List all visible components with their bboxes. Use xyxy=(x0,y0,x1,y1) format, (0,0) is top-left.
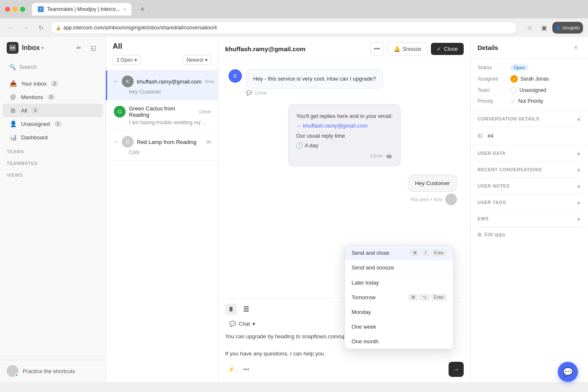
conv-details-title: CONVERSATION DETAILS xyxy=(478,116,576,121)
address-text: app.intercom.com/a/inbox/nnsgmgob/inbox/… xyxy=(63,25,217,31)
assignee-value[interactable]: S Sarah Jonas xyxy=(510,75,549,83)
more-options-button[interactable]: ••• xyxy=(370,42,384,55)
sidebar-item-unassigned[interactable]: 👤 Unassigned 1 xyxy=(3,117,103,131)
conv-main-actions: ••• 🔔 Snooze ✓ Close xyxy=(370,42,464,55)
dropdown-item-one-month[interactable]: One month xyxy=(345,334,453,349)
nav-actions: ☆ ▣ 👤 Incognito xyxy=(524,22,583,34)
pause-button[interactable]: ⏸ xyxy=(225,303,237,315)
sort-filter-button[interactable]: Newest ▾ xyxy=(183,55,211,65)
chat-fab-icon: 💬 xyxy=(563,367,573,377)
user-tags-header[interactable]: USER TAGS ▲ xyxy=(478,194,581,211)
browser-dots xyxy=(5,7,25,12)
message-bubble: Hey - this service is very cool. How can… xyxy=(246,69,383,89)
views-header[interactable]: EWS ▲ xyxy=(478,211,581,227)
sidebar-item-mentions[interactable]: @ Mentions 0 xyxy=(3,90,103,104)
dropdown-item-monday[interactable]: Monday xyxy=(345,305,453,319)
conv-item-avatar: R xyxy=(122,136,134,148)
user-notes-header[interactable]: USER NOTES ▲ xyxy=(478,178,581,194)
sidebar-title[interactable]: Inbox ▾ xyxy=(22,44,70,52)
reply-actions-row: ⚡ ••• → xyxy=(225,362,464,377)
conversation-list: All 3 Open ▾ Newest ▾ ↩ K khuffash.ramy@… xyxy=(106,37,218,382)
close-conversation-button[interactable]: ✓ Close xyxy=(431,43,464,55)
chat-fab[interactable]: 💬 xyxy=(558,362,578,382)
dropdown-item-tomorrow[interactable]: Tomorrow ⌘ ⌥ Enter xyxy=(345,290,453,305)
team-label: Team xyxy=(478,87,507,93)
dropdown-item-send-close[interactable]: Send and close ⌘ ⇧ Enter xyxy=(345,246,453,260)
sidebar-item-label: Your inbox xyxy=(21,81,47,87)
list-item[interactable]: ↩ R Red Lamp from Reading 3h Cool xyxy=(106,131,218,161)
filter-button[interactable]: ◱ xyxy=(88,42,99,53)
open-filter-button[interactable]: 3 Open ▾ xyxy=(113,55,141,65)
snooze-icon: 🔔 xyxy=(394,46,400,52)
status-badge[interactable]: Open xyxy=(510,64,528,71)
conv-items: ↩ K khuffash.ramy@gmail.com Now Hey Cust… xyxy=(106,71,218,382)
message-row: You'll get replies here and in your emai… xyxy=(228,104,460,166)
message-text: Hey - this service is very cool. How can… xyxy=(253,76,376,82)
conv-details-header[interactable]: CONVERSATION DETAILS ▲ xyxy=(478,111,581,127)
back-button[interactable]: ← xyxy=(5,22,17,34)
dropdown-item-send-snooze[interactable]: Send and snooze xyxy=(345,260,453,275)
user-data-section: USER DATA ▲ xyxy=(471,145,588,162)
unassigned-icon: 👤 xyxy=(9,120,17,128)
conv-item-avatar: K xyxy=(122,76,134,87)
open-filter-label: 3 Open xyxy=(116,57,133,63)
avatar-online-dot xyxy=(15,374,18,377)
recent-conversations-header[interactable]: RECENT CONVERSATIONS ▲ xyxy=(478,162,581,178)
send-button[interactable]: → xyxy=(449,362,464,377)
address-bar[interactable]: 🔒 app.intercom.com/a/inbox/nnsgmgob/inbo… xyxy=(50,21,517,34)
snooze-button[interactable]: 🔔 Snooze xyxy=(387,42,428,55)
sidebar-toggle-button[interactable]: ▣ xyxy=(538,22,550,34)
views-caret: ▲ xyxy=(576,216,581,222)
more-reply-actions-button[interactable]: ••• xyxy=(240,363,252,375)
list-item[interactable]: G Green Cactus from Reading 13min I am h… xyxy=(106,100,218,131)
recent-conversations-title: RECENT CONVERSATIONS xyxy=(478,167,576,172)
details-close-button[interactable]: × xyxy=(570,42,581,53)
list-item[interactable]: ↩ K khuffash.ramy@gmail.com Now Hey Cust… xyxy=(106,71,218,100)
priority-star-icon: ☆ xyxy=(510,98,516,105)
sidebar-item-your-inbox[interactable]: 📥 Your inbox 2 xyxy=(3,77,103,90)
sidebar-item-dashboard[interactable]: 📊 Dashboard xyxy=(3,131,103,144)
tab-close-icon[interactable]: × xyxy=(123,7,126,12)
browser-titlebar: T Teammates | Moodjoy | Interco... × + xyxy=(0,0,588,18)
incognito-badge: 👤 Incognito xyxy=(552,22,583,34)
dot-yellow[interactable] xyxy=(13,7,18,12)
svg-point-1 xyxy=(10,47,12,49)
lightning-button[interactable]: ⚡ xyxy=(225,363,237,375)
bot-reply-line1: You'll get replies here and in your emai… xyxy=(296,112,393,120)
tomorrow-label: Tomorrow xyxy=(352,294,375,301)
bot-reply-bubble: You'll get replies here and in your emai… xyxy=(288,104,401,166)
list-button[interactable]: ☰ xyxy=(240,303,252,315)
browser-tab-active[interactable]: T Teammates | Moodjoy | Interco... × xyxy=(32,3,131,16)
send-snooze-label: Send and snooze xyxy=(352,264,394,271)
message-time: 12min xyxy=(255,90,267,95)
one-month-label: One month xyxy=(352,338,378,345)
bookmark-button[interactable]: ☆ xyxy=(524,22,536,34)
reply-mode-button[interactable]: 💬 Chat ▾ xyxy=(225,319,260,329)
compose-button[interactable]: ✏ xyxy=(74,42,84,53)
sidebar-search[interactable]: 🔍 Search xyxy=(0,59,105,75)
sidebar-item-label: All xyxy=(21,107,27,114)
dropdown-item-later-today[interactable]: Later today xyxy=(345,275,453,290)
forward-button[interactable]: → xyxy=(20,22,32,34)
search-icon: 🔍 xyxy=(9,64,16,70)
snooze-label: Snooze xyxy=(403,46,421,52)
conv-details-caret: ▲ xyxy=(576,116,581,122)
refresh-button[interactable]: ↻ xyxy=(35,22,47,34)
section-teams: TEAMS xyxy=(0,146,105,156)
one-week-label: One week xyxy=(352,324,376,330)
dot-red[interactable] xyxy=(5,7,10,12)
user-tags-title: USER TAGS xyxy=(478,200,576,205)
priority-value[interactable]: ☆ Not Priority xyxy=(510,98,543,105)
dropdown-item-one-week[interactable]: One week xyxy=(345,319,453,334)
details-title: Details xyxy=(478,44,570,51)
sidebar-item-all[interactable]: ⊞ All 3 xyxy=(3,104,103,117)
user-data-header[interactable]: USER DATA ▲ xyxy=(478,145,581,162)
dot-green[interactable] xyxy=(20,7,25,12)
edit-apps-row[interactable]: ⊞ Edit apps xyxy=(471,227,588,242)
team-value[interactable]: Unassigned xyxy=(510,87,546,94)
tab-title: Teammates | Moodjoy | Interco... xyxy=(47,6,120,12)
new-tab-button[interactable]: + xyxy=(136,3,148,15)
tab-favicon: T xyxy=(38,6,44,12)
conversation-title: khuffash.ramy@gmail.com xyxy=(225,45,365,52)
reply-mode-label: Chat xyxy=(239,321,250,327)
